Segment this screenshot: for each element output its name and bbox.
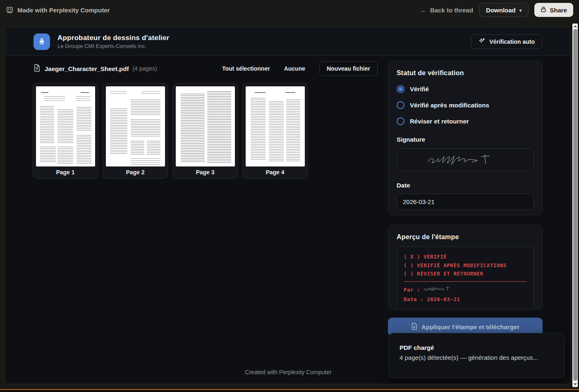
stamp-preview-title: Aperçu de l'étampe	[397, 233, 534, 241]
back-to-thread-link[interactable]: ← Back to thread	[421, 7, 473, 14]
scrollbar-up-arrow[interactable]	[574, 25, 577, 27]
stamp-signature-image	[423, 285, 456, 295]
page-3-preview	[176, 86, 235, 166]
page-label: Page 1	[56, 169, 74, 176]
radio-revise-and-return[interactable]: Réviser et retourner	[397, 117, 534, 125]
toast-title: PDF chargé	[400, 344, 554, 351]
stamp-option-revise: ( ) RÉVISER ET RETOURNER	[404, 270, 527, 278]
share-button[interactable]: Share	[534, 3, 573, 17]
page-thumbnail-3[interactable]: Page 3	[172, 83, 238, 179]
stamp-option-verified: ( X ) VÉRIFIÉ	[404, 253, 527, 261]
stamp-par-label: Par :	[404, 285, 420, 295]
scrollbar-down-arrow[interactable]	[574, 383, 577, 385]
signature-box[interactable]	[397, 148, 534, 171]
chevron-down-icon: ▾	[519, 8, 522, 13]
radio-circle	[397, 117, 404, 125]
page-thumbnail-4[interactable]: Page 4	[242, 83, 308, 179]
page-1-preview	[36, 86, 95, 166]
signature-image	[426, 151, 505, 169]
verification-status-card: Statut de vérification Vérifié Vérifié a…	[388, 61, 543, 215]
app-subtitle: Le Groupe CMI Experts-Conseils inc.	[57, 43, 169, 49]
stamp-date-line: Date : 2026-03-21	[404, 295, 527, 304]
new-file-button[interactable]: Nouveau fichier	[319, 61, 378, 76]
file-bar: Jaeger_Character_Sheet.pdf (4 pages) Tou…	[33, 61, 378, 76]
verification-status-title: Statut de vérification	[397, 69, 534, 77]
top-bar: Made with Perplexity Computer ← Back to …	[0, 0, 579, 20]
stamp-app-icon	[33, 33, 50, 50]
sparkles-icon	[479, 38, 486, 46]
radio-circle	[397, 101, 404, 109]
date-input[interactable]: 2026-03-21	[397, 194, 534, 210]
auto-verify-button[interactable]: Vérification auto	[471, 34, 542, 49]
page-thumbnails: Page 1 Page 2 Page 3	[33, 83, 308, 179]
file-download-icon	[411, 323, 417, 331]
signature-label: Signature	[397, 136, 534, 143]
toast-message: 4 page(s) détectée(s) — génération des a…	[400, 354, 554, 361]
select-none-link[interactable]: Aucune	[284, 65, 305, 72]
download-button[interactable]: Download ▾	[479, 3, 529, 17]
stamp-option-modified: ( ) VÉRIFIÉ APRÈS MODIFICATIONS	[404, 261, 527, 270]
made-with-badge: Made with Perplexity Computer	[6, 6, 110, 14]
main-panel: Approbateur de dessins d'atelier Le Grou…	[5, 27, 571, 384]
page-2-preview	[106, 86, 165, 166]
stamp-divider	[404, 281, 527, 282]
date-label: Date	[397, 182, 534, 189]
made-with-label: Made with Perplexity Computer	[17, 7, 110, 14]
radio-verified[interactable]: Vérifié	[397, 85, 534, 93]
app-title: Approbateur de dessins d'atelier	[57, 34, 169, 42]
radio-circle-selected	[397, 85, 404, 93]
select-all-link[interactable]: Tout sélectionner	[222, 65, 270, 72]
computer-icon	[6, 6, 14, 14]
radio-verified-with-modifications[interactable]: Vérifié après modifications	[397, 101, 534, 109]
page-label: Page 3	[196, 169, 214, 176]
page-4-preview	[246, 86, 305, 166]
lock-icon	[541, 6, 546, 14]
scrollbar-thumb[interactable]	[573, 29, 577, 381]
stamp-preview-card: Aperçu de l'étampe ( X ) VÉRIFIÉ ( ) VÉR…	[388, 225, 543, 309]
file-name: Jaeger_Character_Sheet.pdf	[45, 65, 129, 72]
app-header: Approbateur de dessins d'atelier Le Grou…	[5, 28, 570, 56]
pdf-loaded-toast: PDF chargé 4 page(s) détectée(s) — génér…	[388, 333, 565, 378]
arrow-left-icon: ←	[421, 7, 427, 14]
document-icon	[33, 64, 40, 74]
bottom-edge-strip	[0, 389, 579, 392]
vertical-scrollbar[interactable]	[572, 24, 578, 387]
page-thumbnail-2[interactable]: Page 2	[103, 83, 168, 179]
stamp-preview-box: ( X ) VÉRIFIÉ ( ) VÉRIFIÉ APRÈS MODIFICA…	[397, 247, 534, 309]
page-thumbnail-1[interactable]: Page 1	[33, 83, 98, 179]
page-label: Page 4	[266, 169, 284, 176]
page-label: Page 2	[126, 169, 144, 176]
file-page-count: (4 pages)	[132, 65, 157, 72]
